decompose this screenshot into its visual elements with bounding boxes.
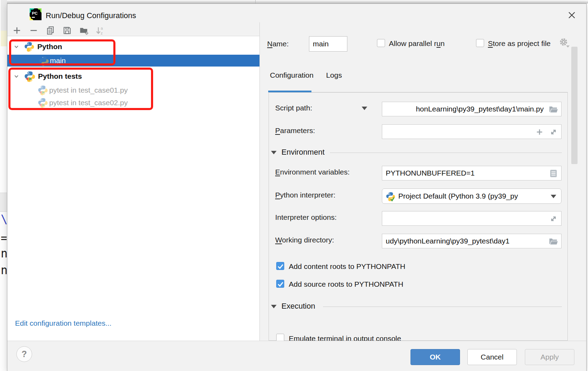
name-input[interactable] — [309, 36, 347, 52]
tree-group-python[interactable]: Python — [7, 39, 259, 55]
working-directory-value: udy\pythonLearning\py39_pytest\day1 — [386, 234, 544, 248]
edit-configuration-templates-link[interactable]: Edit configuration templates... — [15, 319, 112, 327]
script-path-value: honLearning\py39_pytest\day1\main.py — [386, 102, 544, 116]
chevron-down-icon[interactable] — [13, 72, 20, 80]
environment-section-header[interactable]: Environment — [269, 148, 568, 158]
name-label: Name: — [267, 40, 289, 48]
tree-item-label: main — [50, 56, 66, 65]
configurations-tree: Python main Python tests pytest in test_… — [7, 36, 259, 341]
background-highlight-strip — [1, 31, 7, 46]
execution-section-header[interactable]: Execution — [269, 302, 568, 312]
add-source-roots-checkbox[interactable] — [276, 280, 284, 288]
apply-button: Apply — [525, 349, 574, 365]
expand-field-icon[interactable] — [549, 214, 558, 224]
editor-text-fragment: \ — [1, 212, 7, 226]
section-rule — [323, 307, 562, 307]
ok-button[interactable]: OK — [410, 349, 460, 365]
sort-alphabetically-icon: a z — [95, 26, 105, 35]
tree-item-pytest-case02[interactable]: pytest in test_case02.py — [7, 96, 259, 109]
svg-text:a: a — [101, 26, 103, 30]
environment-variables-value: PYTHONUNBUFFERED=1 — [386, 166, 544, 180]
interpreter-options-label: Interpreter options: — [275, 213, 337, 222]
background-window-edge — [7, 0, 588, 3]
svg-text:PC: PC — [32, 11, 38, 15]
python-icon — [39, 56, 49, 66]
add-content-roots-label: Add content roots to PYTHONPATH — [289, 262, 405, 271]
tree-item-pytest-case01[interactable]: pytest in test_case01.py — [7, 84, 259, 96]
screen: \ = n n PC Run/Debug Configurations — [0, 0, 588, 371]
tree-item-label: pytest in test_case02.py — [49, 99, 128, 107]
tab-logs[interactable]: Logs — [326, 71, 342, 82]
allow-parallel-run-label: Allow parallel run — [389, 39, 445, 48]
dialog-title: Run/Debug Configurations — [46, 11, 136, 20]
section-rule — [330, 153, 562, 153]
add-source-roots-label: Add source roots to PYTHONPATH — [289, 280, 403, 288]
store-as-project-file-label: Store as project file — [488, 39, 551, 48]
tree-item-main-selected[interactable]: main — [7, 55, 259, 67]
python-interpreter-icon — [386, 192, 395, 201]
edit-variables-icon[interactable] — [549, 169, 558, 178]
expand-field-icon[interactable] — [549, 127, 558, 137]
working-directory-label: Working directory: — [275, 236, 334, 244]
tree-group-label: Python — [37, 42, 62, 51]
allow-parallel-run-checkbox[interactable] — [377, 39, 385, 47]
environment-section-title: Environment — [281, 148, 325, 157]
chevron-down-icon[interactable] — [13, 43, 20, 51]
close-icon[interactable] — [564, 8, 579, 22]
dialog-footer: ? OK Cancel Apply — [7, 341, 586, 371]
pycharm-logo: PC — [30, 8, 42, 20]
parameters-field[interactable] — [382, 124, 561, 139]
interpreter-options-value — [386, 211, 544, 225]
editor-text-fragment: n — [1, 263, 7, 277]
panel-divider[interactable] — [259, 22, 260, 341]
configuration-form: Script path: honLearning\py39_pytest\day… — [269, 92, 568, 341]
script-path-type-dropdown-icon[interactable] — [362, 107, 367, 110]
python-interpreter-value: Project Default (Python 3.9 (py39_py — [398, 189, 546, 203]
pytest-icon — [24, 71, 36, 82]
svg-text:z: z — [101, 31, 103, 35]
store-as-project-file-checkbox[interactable] — [476, 39, 484, 47]
remove-icon[interactable] — [29, 26, 38, 35]
editor-text-fragment: n — [1, 247, 7, 261]
tab-configuration[interactable]: Configuration — [270, 71, 314, 82]
parameters-value — [386, 125, 544, 139]
copy-icon[interactable] — [46, 26, 55, 35]
background-editor-sliver: \ = n n — [0, 0, 7, 371]
editor-text-fragment: = — [1, 231, 7, 245]
python-interpreter-label: Python interpreter: — [275, 191, 336, 199]
pytest-icon — [38, 85, 48, 95]
working-directory-field[interactable]: udy\pythonLearning\py39_pytest\day1 — [382, 234, 561, 248]
pytest-icon — [38, 98, 48, 108]
collapse-triangle-icon[interactable] — [271, 151, 277, 154]
collapse-triangle-icon[interactable] — [271, 305, 277, 308]
add-icon[interactable] — [12, 26, 22, 35]
interpreter-options-field[interactable] — [382, 211, 561, 226]
run-debug-configurations-dialog: PC Run/Debug Configurations a — [7, 3, 587, 371]
background-divider — [255, 0, 256, 3]
tree-group-label: Python tests — [38, 72, 82, 80]
background-toolbar-strip — [0, 193, 7, 212]
gear-icon[interactable] — [558, 37, 571, 48]
tree-item-label: pytest in test_case01.py — [49, 86, 128, 94]
cancel-button[interactable]: Cancel — [467, 349, 517, 365]
python-interpreter-dropdown[interactable]: Project Default (Python 3.9 (py39_py — [382, 188, 561, 204]
save-icon[interactable] — [62, 26, 72, 35]
tab-bar: Configuration Logs — [270, 71, 342, 82]
script-path-label: Script path: — [275, 104, 312, 112]
background-strip — [1, 0, 7, 31]
environment-variables-field[interactable]: PYTHONUNBUFFERED=1 — [382, 166, 561, 180]
execution-section-title: Execution — [281, 302, 315, 311]
environment-variables-label: Environment variables: — [275, 168, 350, 176]
help-button[interactable]: ? — [16, 346, 32, 362]
new-folder-icon[interactable] — [79, 26, 89, 35]
browse-folder-icon[interactable] — [549, 105, 558, 114]
add-content-roots-checkbox[interactable] — [276, 262, 284, 270]
vertical-scrollbar[interactable] — [571, 47, 578, 164]
browse-folder-icon[interactable] — [549, 237, 558, 246]
chevron-down-icon — [551, 195, 556, 198]
script-path-field[interactable]: honLearning\py39_pytest\day1\main.py — [382, 102, 561, 116]
add-macro-icon[interactable] — [535, 127, 544, 137]
parameters-label: Parameters: — [275, 126, 315, 135]
python-icon — [24, 41, 35, 52]
tree-group-python-tests[interactable]: Python tests — [7, 69, 259, 84]
